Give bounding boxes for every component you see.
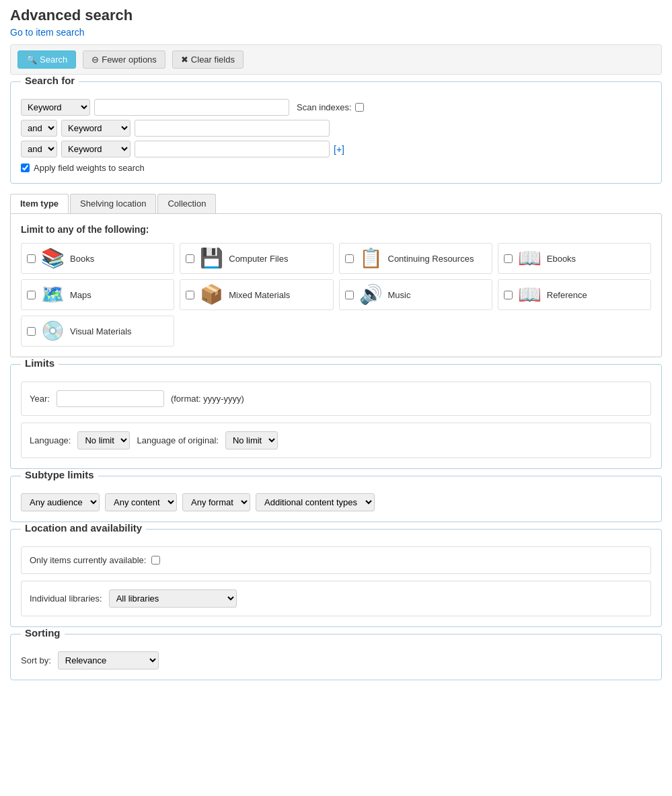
continuing-resources-icon: 📋 <box>359 249 383 268</box>
item-type-maps: 🗺️ Maps <box>21 279 174 310</box>
tab-item-type[interactable]: Item type <box>10 194 69 213</box>
fewer-options-button[interactable]: ⊖ Fewer options <box>83 50 165 69</box>
mixed-materials-icon: 📦 <box>200 285 223 304</box>
checkbox-reference[interactable] <box>504 291 513 299</box>
tab-shelving-location[interactable]: Shelving location <box>70 194 156 213</box>
only-available-checkbox[interactable] <box>151 556 160 565</box>
year-input[interactable] <box>57 390 164 407</box>
only-available-label: Only items currently available: <box>30 555 146 565</box>
ebooks-icon: 📖 <box>518 249 542 268</box>
tab-collection[interactable]: Collection <box>157 194 216 213</box>
tab-bar: Item type Shelving location Collection <box>10 194 662 213</box>
fewer-options-label: Fewer options <box>102 55 157 65</box>
checkbox-visual-materials[interactable] <box>27 327 36 336</box>
visual-materials-label: Visual Materials <box>70 326 132 336</box>
item-type-music: 🔊 Music <box>339 279 492 310</box>
music-label: Music <box>388 290 411 300</box>
toolbar: 🔍 Search ⊖ Fewer options ✖ Clear fields <box>10 44 662 75</box>
search-row-3: and or not Keyword Title Author Subject … <box>21 141 651 157</box>
limits-section: Limits Year: (format: yyyy-yyyy) Languag… <box>10 364 662 469</box>
checkbox-mixed-materials[interactable] <box>186 291 194 299</box>
goto-item-search-link[interactable]: Go to item search <box>10 27 85 38</box>
index-select-1[interactable]: Keyword Title Author Subject ISBN ISSN S… <box>21 99 90 116</box>
libraries-box: Individual libraries: All libraries <box>21 581 651 616</box>
item-types-grid: 📚 Books 💾 Computer Files 📋 Continuing Re… <box>21 243 651 347</box>
item-type-tabs-container: Item type Shelving location Collection L… <box>10 194 662 357</box>
checkbox-books[interactable] <box>27 254 36 263</box>
additional-content-select[interactable]: Additional content types <box>256 493 375 511</box>
language-limit-box: Language: No limit Language of original:… <box>21 423 651 458</box>
apply-weights-row: Apply field weights to search <box>21 163 651 173</box>
language-of-original-select[interactable]: No limit <box>225 431 278 449</box>
search-for-legend: Search for <box>21 75 79 86</box>
search-input-1[interactable] <box>94 99 289 116</box>
reference-label: Reference <box>547 290 587 300</box>
sorting-section: Sorting Sort by: Relevance Author Title … <box>10 634 662 680</box>
music-icon: 🔊 <box>359 285 383 304</box>
available-box: Only items currently available: <box>21 546 651 574</box>
mixed-materials-label: Mixed Materials <box>229 290 290 300</box>
checkbox-music[interactable] <box>345 291 354 299</box>
item-type-mixed-materials: 📦 Mixed Materials <box>180 279 333 310</box>
computer-files-icon: 💾 <box>200 249 223 268</box>
visual-materials-icon: 💿 <box>41 322 65 340</box>
item-type-visual-materials: 💿 Visual Materials <box>21 316 174 347</box>
item-type-books: 📚 Books <box>21 243 174 274</box>
apply-weights-label: Apply field weights to search <box>34 163 145 173</box>
year-label: Year: <box>30 394 50 404</box>
available-row: Only items currently available: <box>30 555 642 565</box>
checkbox-ebooks[interactable] <box>504 254 513 263</box>
fewer-options-icon: ⊖ <box>91 55 99 65</box>
continuing-resources-label: Continuing Resources <box>388 254 474 264</box>
sort-by-select[interactable]: Relevance Author Title Date ascending Da… <box>58 651 159 670</box>
tab-content-item-type: Limit to any of the following: 📚 Books 💾… <box>10 213 662 357</box>
connector-select-3[interactable]: and or not <box>21 141 57 157</box>
subtype-limits-section: Subtype limits Any audience Any content … <box>10 476 662 522</box>
search-input-2[interactable] <box>135 120 330 137</box>
index-select-3[interactable]: Keyword Title Author Subject ISBN ISSN S… <box>61 141 130 157</box>
language-row: Language: No limit Language of original:… <box>30 431 642 449</box>
connector-select-2[interactable]: and or not <box>21 120 57 137</box>
item-type-ebooks: 📖 Ebooks <box>498 243 651 274</box>
clear-fields-button[interactable]: ✖ Clear fields <box>172 50 244 69</box>
libraries-select[interactable]: All libraries <box>109 589 237 608</box>
scan-indexes-checkbox[interactable] <box>355 103 364 112</box>
checkbox-continuing-resources[interactable] <box>345 254 354 263</box>
reference-icon: 📖 <box>518 285 542 304</box>
language-label: Language: <box>30 435 71 445</box>
index-select-2[interactable]: Keyword Title Author Subject ISBN ISSN S… <box>61 120 130 137</box>
checkbox-computer-files[interactable] <box>186 254 194 263</box>
search-for-section: Search for Keyword Title Author Subject … <box>10 81 662 184</box>
books-label: Books <box>70 254 94 264</box>
checkbox-maps[interactable] <box>27 291 36 299</box>
audience-select[interactable]: Any audience <box>21 493 100 511</box>
individual-libraries-label: Individual libraries: <box>30 593 102 604</box>
year-limit-box: Year: (format: yyyy-yyyy) <box>21 382 651 416</box>
location-availability-legend: Location and availability <box>21 522 146 534</box>
sorting-legend: Sorting <box>21 627 65 639</box>
page-title: Advanced search <box>10 7 662 24</box>
maps-icon: 🗺️ <box>41 285 65 304</box>
sort-by-label: Sort by: <box>21 655 51 665</box>
location-availability-section: Location and availability Only items cur… <box>10 529 662 627</box>
search-row-1: Keyword Title Author Subject ISBN ISSN S… <box>21 99 651 116</box>
language-select[interactable]: No limit <box>77 431 130 449</box>
content-select[interactable]: Any content <box>105 493 177 511</box>
search-icon: 🔍 <box>26 55 37 65</box>
clear-fields-label: Clear fields <box>191 55 235 65</box>
ebooks-label: Ebooks <box>547 254 576 264</box>
clear-fields-icon: ✖ <box>181 55 188 65</box>
item-type-continuing-resources: 📋 Continuing Resources <box>339 243 492 274</box>
apply-weights-checkbox[interactable] <box>21 164 30 172</box>
year-row: Year: (format: yyyy-yyyy) <box>30 390 642 407</box>
libraries-row: Individual libraries: All libraries <box>30 589 642 608</box>
format-select[interactable]: Any format <box>182 493 250 511</box>
search-input-3[interactable] <box>135 141 330 157</box>
maps-label: Maps <box>70 290 91 300</box>
search-row-2: and or not Keyword Title Author Subject … <box>21 120 651 137</box>
add-row-link[interactable]: [+] <box>334 144 344 155</box>
item-type-computer-files: 💾 Computer Files <box>180 243 333 274</box>
search-button[interactable]: 🔍 Search <box>17 50 76 69</box>
language-of-original-label: Language of original: <box>137 435 218 445</box>
computer-files-label: Computer Files <box>229 254 288 264</box>
